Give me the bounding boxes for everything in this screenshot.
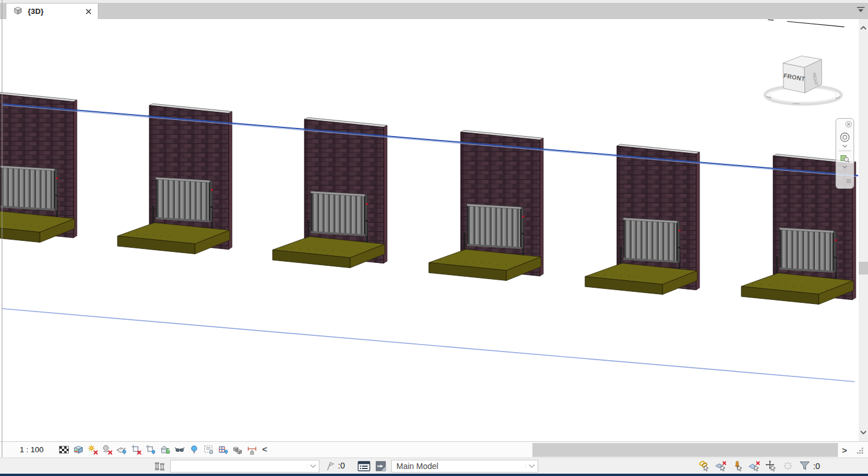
chevron-down-icon[interactable] bbox=[307, 464, 319, 468]
tab-close-icon[interactable] bbox=[85, 8, 92, 15]
window-bottom-edge bbox=[0, 474, 868, 476]
scroll-right-icon[interactable]: > bbox=[842, 445, 847, 455]
crop-region-visibility-icon[interactable] bbox=[145, 444, 157, 456]
worksets-icon[interactable] bbox=[154, 460, 166, 472]
window-frame-line bbox=[2, 0, 2, 457]
lower-level-line[interactable] bbox=[2, 309, 855, 382]
wall-assembly-5[interactable] bbox=[585, 144, 700, 295]
editing-requests-icon[interactable] bbox=[324, 460, 336, 472]
3d-view-icon bbox=[13, 6, 23, 17]
view-lock-icon[interactable] bbox=[159, 444, 171, 456]
shadows-icon[interactable] bbox=[101, 444, 113, 456]
revit-window: {3D} bbox=[0, 0, 868, 476]
view-bar-collapse-arrow[interactable]: < bbox=[262, 444, 267, 454]
wall-assembly-1[interactable] bbox=[0, 92, 77, 243]
design-options-dialog-icon[interactable] bbox=[358, 460, 370, 472]
sun-path-icon[interactable] bbox=[87, 444, 99, 456]
active-design-option-dropdown[interactable]: Main Model bbox=[391, 460, 538, 473]
view-tab-bar: {3D} bbox=[0, 0, 868, 19]
viewcube[interactable]: FRONT RIGHT bbox=[765, 56, 841, 105]
zoom-icon[interactable] bbox=[839, 152, 851, 164]
tab-list-icon[interactable] bbox=[856, 6, 865, 13]
status-bar: :0 Main Model bbox=[0, 457, 868, 474]
reveal-constraints-icon[interactable] bbox=[246, 444, 258, 456]
3d-scene[interactable]: FRONT RIGHT bbox=[0, 19, 868, 441]
select-pinned-elements-icon[interactable] bbox=[731, 460, 744, 472]
view-scale[interactable]: 1 : 100 bbox=[20, 445, 43, 454]
wheel-options-chevron-icon[interactable] bbox=[842, 144, 848, 148]
resize-grip-icon[interactable] bbox=[856, 446, 864, 457]
chevron-down-icon[interactable] bbox=[525, 464, 538, 468]
editing-requests-count: :0 bbox=[338, 461, 345, 470]
wall-assembly-2[interactable] bbox=[117, 104, 232, 254]
navbar-menu-icon[interactable] bbox=[845, 176, 852, 186]
detail-level-icon[interactable] bbox=[58, 444, 70, 456]
pick-to-edit-icon[interactable] bbox=[375, 460, 387, 472]
vertical-scrollbar[interactable] bbox=[859, 19, 868, 441]
visual-style-icon[interactable] bbox=[72, 444, 84, 456]
crop-view-icon[interactable] bbox=[130, 444, 142, 456]
navbar-close-icon[interactable] bbox=[845, 120, 852, 130]
analytical-model-icon[interactable] bbox=[217, 444, 229, 456]
zoom-options-chevron-icon[interactable] bbox=[842, 165, 848, 169]
upper-level-line[interactable] bbox=[2, 104, 858, 176]
progress-indicator-icon bbox=[782, 460, 794, 472]
select-underlay-elements-icon[interactable] bbox=[715, 460, 727, 472]
rendering-dialog-icon[interactable] bbox=[116, 444, 128, 456]
displacement-sets-icon[interactable] bbox=[231, 444, 244, 456]
wall-assembly-3[interactable] bbox=[273, 118, 387, 268]
horizontal-scroll-thumb[interactable] bbox=[532, 443, 838, 457]
tab-label: {3D} bbox=[28, 7, 44, 16]
scroll-up-icon[interactable] bbox=[859, 23, 867, 33]
temporary-view-properties-icon[interactable] bbox=[203, 444, 215, 456]
selection-filter-icon[interactable] bbox=[799, 460, 811, 472]
view-tab-3d[interactable]: {3D} bbox=[6, 3, 98, 19]
select-links-icon[interactable] bbox=[698, 460, 710, 472]
steering-wheel-icon[interactable] bbox=[839, 131, 851, 143]
scroll-down-icon[interactable] bbox=[859, 427, 867, 438]
reveal-hidden-elements-icon[interactable] bbox=[188, 444, 200, 456]
temporary-hide-isolate-icon[interactable] bbox=[174, 444, 186, 456]
drag-elements-on-selection-icon[interactable] bbox=[765, 460, 777, 472]
drawing-area[interactable]: FRONT RIGHT bbox=[0, 19, 868, 441]
view-control-bar: 1 : 100 bbox=[0, 441, 868, 457]
active-workset-dropdown[interactable] bbox=[170, 460, 319, 473]
active-design-option-value: Main Model bbox=[396, 462, 525, 471]
vertical-scroll-thumb[interactable] bbox=[859, 262, 868, 274]
model-edge-line bbox=[787, 21, 844, 27]
selection-filter-count: :0 bbox=[813, 462, 820, 471]
navigation-bar bbox=[836, 118, 854, 189]
wall-assembly-4[interactable] bbox=[429, 130, 543, 281]
select-elements-by-face-icon[interactable] bbox=[748, 460, 760, 472]
